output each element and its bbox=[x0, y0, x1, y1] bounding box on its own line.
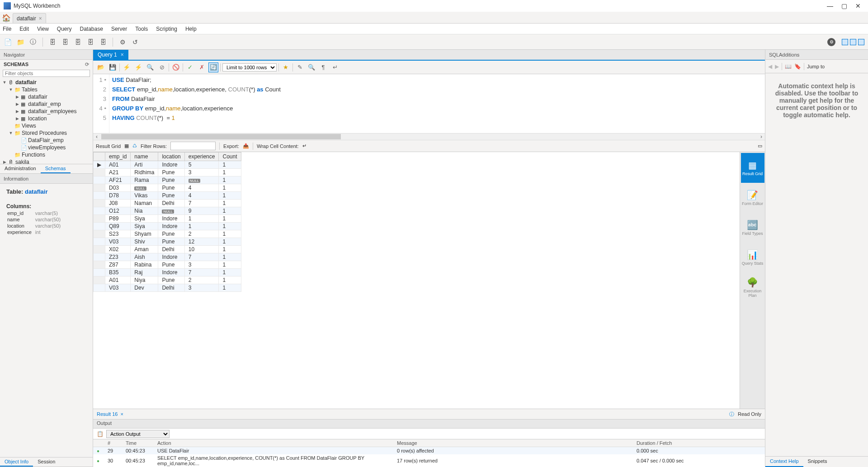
open-icon[interactable]: 📂 bbox=[96, 62, 106, 72]
execute-step-icon[interactable]: ⚡ bbox=[133, 62, 143, 72]
field-types-tool[interactable]: 🔤Field Types bbox=[741, 213, 764, 243]
fn-folder[interactable]: Functions bbox=[22, 152, 45, 158]
wrap-icon[interactable]: ↵ bbox=[330, 62, 340, 72]
tool-icon[interactable]: 🗄 bbox=[60, 37, 70, 47]
home-icon[interactable]: 🏠 bbox=[0, 12, 13, 23]
tab-context-help[interactable]: Context Help bbox=[765, 457, 803, 467]
table-node[interactable]: location bbox=[28, 115, 47, 122]
result-grid-tool[interactable]: ▦Result Grid bbox=[741, 153, 764, 183]
context-help-text: Automatic context help is disabled. Use … bbox=[765, 73, 868, 128]
inspector-icon[interactable]: ⓘ bbox=[28, 37, 38, 47]
menu-server[interactable]: Server bbox=[111, 26, 127, 32]
minimize-button[interactable]: — bbox=[827, 2, 833, 10]
views-folder[interactable]: Views bbox=[22, 123, 36, 129]
limit-rows-select[interactable]: Limit to 1000 rows bbox=[222, 63, 277, 71]
wrap-icon[interactable]: ↵ bbox=[302, 143, 307, 149]
tab-snippets[interactable]: Snippets bbox=[803, 457, 832, 467]
nav-fwd-icon[interactable]: ▶ bbox=[775, 63, 779, 70]
close-button[interactable]: ✕ bbox=[855, 2, 861, 10]
menu-file[interactable]: File bbox=[3, 26, 11, 32]
tab-administration[interactable]: Administration bbox=[0, 164, 41, 173]
table-node[interactable]: dataflair_emp bbox=[28, 101, 61, 107]
jump-to-label[interactable]: Jump to bbox=[807, 64, 825, 69]
tab-session[interactable]: Session bbox=[33, 457, 60, 467]
rollback-icon[interactable]: ✗ bbox=[197, 62, 207, 72]
readonly-label: Read Only bbox=[738, 411, 761, 417]
tool-icon[interactable]: 🗄 bbox=[85, 37, 95, 47]
explain-icon[interactable]: 🔍 bbox=[145, 62, 155, 72]
settings-icon[interactable]: ⚙ bbox=[827, 38, 835, 46]
query-stats-tool[interactable]: 📊Query Stats bbox=[741, 243, 764, 272]
query-toolbar: 📂 💾 ⚡ ⚡ 🔍 ⊘ 🚫 ✓ ✗ 🔄 Limit to 1000 rows ★… bbox=[93, 61, 765, 74]
menu-edit[interactable]: Edit bbox=[19, 26, 29, 32]
menu-tools[interactable]: Tools bbox=[135, 26, 148, 32]
filter-input[interactable] bbox=[170, 142, 216, 150]
navigator-header: Navigator bbox=[0, 50, 93, 60]
maximize-button[interactable]: ▢ bbox=[841, 2, 847, 10]
menu-query[interactable]: Query bbox=[57, 26, 72, 32]
panel-toggle-right[interactable] bbox=[858, 39, 864, 45]
columns-label: Columns: bbox=[6, 203, 86, 210]
grid-icon[interactable]: ▦ bbox=[124, 143, 129, 149]
invisible-icon[interactable]: ¶ bbox=[318, 62, 328, 72]
open-sql-icon[interactable]: 📁 bbox=[15, 37, 25, 47]
menu-view[interactable]: View bbox=[37, 26, 49, 32]
tool-icon[interactable]: ↺ bbox=[130, 37, 140, 47]
panel-toggle-left[interactable] bbox=[842, 39, 848, 45]
tool-icon[interactable]: 🗄 bbox=[47, 37, 57, 47]
menu-database[interactable]: Database bbox=[80, 26, 103, 32]
new-sql-icon[interactable]: 📄 bbox=[3, 37, 13, 47]
panel-icon[interactable]: ▭ bbox=[758, 143, 762, 149]
panel-toggle-bottom[interactable] bbox=[850, 39, 856, 45]
close-icon[interactable]: × bbox=[120, 411, 123, 417]
sp-folder[interactable]: Stored Procedures bbox=[22, 130, 67, 136]
result-tab[interactable]: Result 16× bbox=[97, 411, 123, 417]
editor-area: Query 1 × 📂 💾 ⚡ ⚡ 🔍 ⊘ 🚫 ✓ ✗ 🔄 Limit to 1… bbox=[93, 50, 765, 467]
sp-node[interactable]: DataFlair_emp bbox=[28, 137, 64, 143]
auto-help-icon[interactable]: 🔖 bbox=[794, 63, 801, 70]
menu-scripting[interactable]: Scripting bbox=[156, 26, 177, 32]
result-grid[interactable]: emp_idnamelocationexperienceCount▶A01Art… bbox=[93, 152, 740, 409]
form-editor-tool[interactable]: 📝Form Editor bbox=[741, 183, 764, 213]
sp-node[interactable]: viewEmployees bbox=[28, 144, 66, 151]
tool-icon[interactable]: 🗄 bbox=[98, 37, 108, 47]
schema-node[interactable]: dataflair bbox=[15, 79, 37, 86]
sqladditions-header: SQLAdditions bbox=[765, 50, 868, 60]
beautify-icon[interactable]: ✎ bbox=[295, 62, 305, 72]
tables-folder[interactable]: Tables bbox=[22, 86, 38, 93]
dont-limit-icon[interactable]: 🚫 bbox=[171, 62, 181, 72]
close-icon[interactable]: × bbox=[39, 15, 42, 22]
editor-scrollbar[interactable]: ‹› bbox=[93, 133, 765, 140]
help-icon[interactable]: 📖 bbox=[785, 63, 792, 70]
tool-icon[interactable]: ⚙ bbox=[118, 37, 127, 47]
menu-help[interactable]: Help bbox=[185, 26, 197, 32]
close-icon[interactable]: × bbox=[121, 52, 124, 58]
commit-icon[interactable]: ✓ bbox=[185, 62, 195, 72]
find-icon[interactable]: 🔍 bbox=[307, 62, 316, 72]
filter-objects-input[interactable] bbox=[3, 70, 90, 77]
tool-icon[interactable]: 🗄 bbox=[73, 37, 83, 47]
info-icon: ⓘ bbox=[729, 411, 734, 418]
refresh-icon[interactable]: ⟳ bbox=[85, 62, 89, 67]
schema-tree[interactable]: ▼🛢dataflair ▼📁Tables ▶▦dataflair ▶▦dataf… bbox=[0, 78, 93, 164]
table-node[interactable]: dataflair bbox=[28, 94, 47, 100]
filter-rows-label: Filter Rows: bbox=[141, 143, 167, 149]
tab-object-info[interactable]: Object Info bbox=[0, 457, 33, 467]
execution-plan-tool[interactable]: 🌳Execution Plan bbox=[741, 272, 764, 302]
connection-tab[interactable]: dataflair × bbox=[13, 13, 46, 23]
output-type-select[interactable]: Action Output bbox=[106, 430, 170, 438]
autocommit-icon[interactable]: 🔄 bbox=[208, 62, 218, 72]
export-icon[interactable]: 📤 bbox=[243, 143, 249, 149]
favorite-icon[interactable]: ★ bbox=[281, 62, 291, 72]
schema-node[interactable]: sakila bbox=[15, 159, 29, 164]
tab-schemas[interactable]: Schemas bbox=[41, 164, 71, 173]
execute-icon[interactable]: ⚡ bbox=[122, 62, 132, 72]
sql-editor[interactable]: 1 •234 •5 USE DataFlair; SELECT emp_id,n… bbox=[93, 74, 765, 133]
save-icon[interactable]: 💾 bbox=[108, 62, 118, 72]
filter-icon[interactable]: ♺ bbox=[132, 143, 137, 149]
output-icon[interactable]: 📋 bbox=[97, 431, 104, 437]
stop-icon[interactable]: ⊘ bbox=[157, 62, 167, 72]
nav-back-icon[interactable]: ◀ bbox=[768, 63, 772, 70]
table-node[interactable]: dataflair_employees bbox=[28, 108, 76, 114]
query-tab[interactable]: Query 1 × bbox=[93, 50, 128, 60]
